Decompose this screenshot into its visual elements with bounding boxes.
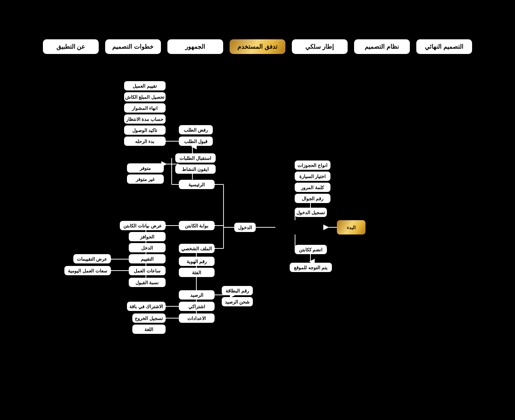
node-work-hours: ساعات العمل bbox=[129, 266, 166, 275]
node-profile: الملف الشخصي bbox=[179, 244, 215, 253]
node-start: البدء bbox=[337, 220, 366, 234]
node-accept: قبول الطلب bbox=[179, 137, 213, 146]
node-choose-car: اختيار السيارة bbox=[295, 172, 330, 181]
node-redirect: يتم التوجه للموقع bbox=[290, 263, 332, 272]
node-available: متوفر bbox=[127, 163, 164, 173]
node-enter: الدخول bbox=[234, 223, 256, 232]
node-daily-hours: سعات العمل اليومية bbox=[64, 266, 111, 275]
node-activity-icon: ايقون النشاط bbox=[175, 164, 216, 174]
node-language: اللغة bbox=[132, 325, 166, 334]
node-income: الدخل bbox=[129, 243, 166, 252]
node-card-number: رقم البطاقة bbox=[222, 286, 253, 295]
node-home: الرئيسية bbox=[179, 180, 215, 189]
node-subscribe-pkg: الاشتراك في باقة bbox=[127, 302, 166, 311]
node-category: الفئة bbox=[179, 268, 215, 277]
node-rate-client: تقييم العميل bbox=[124, 81, 166, 90]
node-incentives: الحوافز bbox=[129, 232, 166, 241]
node-collect-cash: تحصيل المبلغ الكاش bbox=[124, 92, 166, 102]
node-balance: الرصيد bbox=[179, 290, 215, 300]
node-my-sub: اشتراكي bbox=[179, 302, 215, 311]
node-receive-orders: استقبال الطلبات bbox=[175, 153, 216, 163]
node-login: تسجيل الدخول bbox=[295, 208, 327, 217]
node-view-captain-data: عرض بيانات الكابتن bbox=[120, 221, 166, 230]
node-settings: الاعدادات bbox=[179, 313, 215, 323]
node-booking-types: انواع الحجوزات bbox=[295, 160, 330, 170]
node-unavailable: غير متوفر bbox=[127, 174, 164, 184]
node-join: انضم ككابتن bbox=[295, 245, 327, 254]
node-id-number: رقم الهوية bbox=[179, 257, 215, 266]
node-start-trip: بدء الرحله bbox=[124, 137, 166, 146]
node-logout: تسجيل الخروج bbox=[132, 313, 166, 323]
node-view-ratings: عرض التقييمات bbox=[73, 254, 111, 263]
node-acceptance: نسبة القبول bbox=[129, 278, 166, 287]
node-password: كلمة المرور bbox=[295, 183, 330, 192]
node-wait-time: حساب مدة الانتظار bbox=[124, 114, 166, 124]
node-captain-portal: بوابة الكابتن bbox=[179, 221, 215, 230]
node-reject: رفض الطلب bbox=[179, 125, 213, 134]
node-confirm-arrival: تاكيد الوصول bbox=[124, 125, 166, 135]
node-end-trip: انهاء المشوار bbox=[124, 103, 166, 113]
node-charge-balance: شحن الرصيد bbox=[222, 297, 253, 306]
node-rating: التقييم bbox=[129, 254, 166, 263]
node-phone: رقم الجوال bbox=[295, 194, 330, 203]
flow-connectors bbox=[0, 0, 515, 420]
